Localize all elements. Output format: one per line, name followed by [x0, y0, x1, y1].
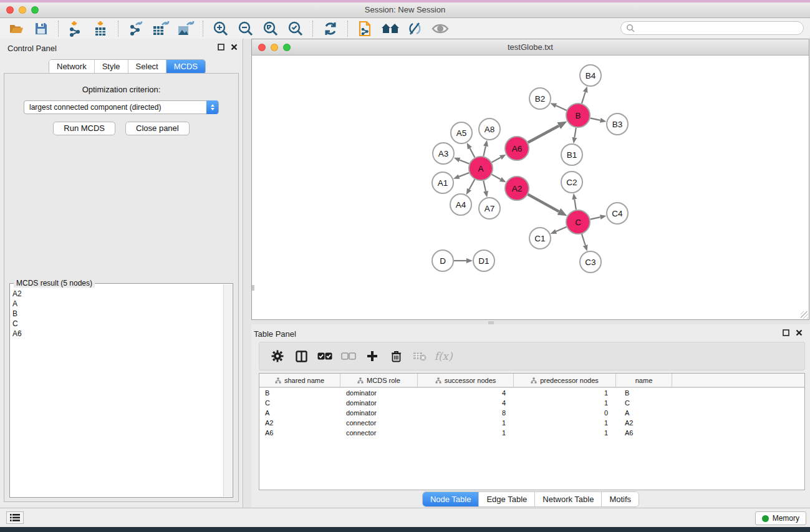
save-session-icon[interactable] [29, 19, 54, 38]
tab-style[interactable]: Style [95, 60, 128, 74]
table-cell[interactable]: 8 [418, 409, 514, 417]
minimize-window-button[interactable] [19, 6, 26, 14]
node-B[interactable]: B [566, 104, 590, 127]
node-C2[interactable]: C2 [561, 172, 582, 193]
edge-B-B3[interactable] [591, 118, 600, 120]
node-D[interactable]: D [432, 250, 453, 271]
table-cell[interactable]: dominator [340, 389, 418, 397]
optimization-criterion-select[interactable]: largest connected component (directed) [24, 100, 219, 114]
table-cell[interactable]: 1 [514, 389, 616, 397]
table-cell[interactable]: dominator [340, 409, 418, 417]
node-B1[interactable]: B1 [561, 144, 582, 165]
mcds-result-item[interactable]: A6 [12, 329, 224, 339]
node-A2[interactable]: A2 [505, 177, 529, 200]
table-cell[interactable]: C [616, 399, 672, 407]
node-A[interactable]: A [469, 157, 493, 180]
edge-A-A8[interactable] [483, 146, 486, 156]
table-cell[interactable]: B [616, 389, 672, 397]
table-row[interactable]: A2connector11A2 [259, 418, 804, 428]
node-C3[interactable]: C3 [580, 251, 601, 273]
table-cell[interactable]: B [259, 389, 340, 397]
edge-A-A6[interactable] [492, 157, 501, 162]
network-canvas[interactable]: B4B2BB3A8A5A6A3B1AA1C2A2A4A7C4CC1C3DD1 [252, 56, 809, 319]
edge-A-A7[interactable] [483, 181, 486, 191]
export-network-icon[interactable] [123, 19, 148, 38]
table-row[interactable]: Cdominator41C [259, 398, 804, 408]
column-header-successor-nodes[interactable]: successor nodes [418, 374, 514, 387]
function-builder-icon[interactable]: f(x) [432, 346, 455, 366]
table-cell[interactable]: 1 [514, 429, 616, 437]
table-cell[interactable]: dominator [340, 399, 418, 407]
table-settings-gear-icon[interactable] [266, 346, 289, 366]
select-all-icon[interactable] [313, 346, 337, 366]
import-network-icon[interactable] [64, 19, 89, 38]
home-view-icon[interactable] [378, 19, 403, 38]
table-cell[interactable]: 1 [514, 419, 616, 427]
node-A7[interactable]: A7 [479, 198, 500, 219]
column-layout-icon[interactable] [289, 346, 313, 366]
edge-A-A4[interactable] [470, 180, 475, 190]
show-graphics-details-icon[interactable] [428, 19, 453, 38]
table-cell[interactable]: 1 [418, 419, 514, 427]
delete-table-icon[interactable] [408, 346, 432, 366]
network-zoom-button[interactable] [283, 44, 291, 51]
node-A6[interactable]: A6 [505, 137, 529, 160]
node-B4[interactable]: B4 [580, 65, 601, 86]
add-row-icon[interactable] [360, 346, 384, 366]
table-cell[interactable]: 4 [418, 389, 514, 397]
node-A4[interactable]: A4 [450, 194, 471, 215]
tab-network-table[interactable]: Network Table [535, 492, 602, 506]
close-panel-button[interactable]: Close panel [125, 122, 190, 135]
table-cell[interactable]: connector [340, 429, 418, 437]
deselect-all-icon[interactable] [337, 346, 360, 366]
export-image-icon[interactable] [173, 19, 198, 38]
node-A3[interactable]: A3 [433, 143, 454, 164]
table-row[interactable]: Bdominator41B [259, 388, 804, 398]
mcds-result-item[interactable]: B [12, 309, 224, 319]
table-cell[interactable]: A6 [616, 429, 672, 437]
close-window-button[interactable] [6, 6, 14, 14]
close-table-panel-icon[interactable] [796, 329, 803, 336]
node-B3[interactable]: B3 [607, 114, 628, 135]
column-header-predecessor-nodes[interactable]: predecessor nodes [514, 374, 616, 387]
tab-motifs[interactable]: Motifs [602, 492, 639, 506]
refresh-view-icon[interactable] [318, 19, 343, 38]
tab-node-table[interactable]: Node Table [423, 492, 480, 506]
edge-B-B4[interactable] [582, 92, 586, 104]
node-A8[interactable]: A8 [479, 118, 500, 140]
zoom-out-icon[interactable] [233, 19, 258, 38]
edge-C-C1[interactable] [556, 227, 567, 231]
edge-A6-B[interactable] [528, 126, 559, 143]
memory-button[interactable]: Memory [755, 511, 806, 525]
table-cell[interactable]: A [259, 409, 340, 417]
table-cell[interactable]: A6 [259, 429, 340, 437]
tab-select[interactable]: Select [128, 60, 166, 74]
zoom-in-icon[interactable] [208, 19, 233, 38]
network-close-button[interactable] [258, 44, 266, 51]
mcds-result-item[interactable]: A [12, 299, 224, 309]
zoom-selected-icon[interactable] [283, 19, 308, 38]
import-table-icon[interactable] [89, 19, 113, 38]
edge-B-B1[interactable] [574, 128, 576, 138]
edge-C-C3[interactable] [582, 234, 586, 245]
canvas-vscroll-thumb[interactable] [252, 285, 254, 291]
node-A5[interactable]: A5 [451, 122, 472, 143]
edge-A-A3[interactable] [460, 160, 469, 163]
zoom-window-button[interactable] [31, 6, 39, 14]
network-from-selection-icon[interactable] [353, 19, 378, 38]
column-header-shared-name[interactable]: shared name [259, 374, 340, 387]
network-minimize-button[interactable] [271, 44, 278, 51]
node-C[interactable]: C [566, 210, 590, 234]
edge-A-A2[interactable] [492, 175, 501, 180]
column-header-name[interactable]: name [616, 374, 672, 387]
table-cell[interactable]: C [259, 399, 340, 407]
table-cell[interactable]: 0 [514, 409, 616, 417]
edge-A2-C[interactable] [528, 195, 559, 211]
float-table-panel-icon[interactable] [783, 329, 789, 336]
table-row[interactable]: Adominator80A [259, 408, 804, 418]
node-C4[interactable]: C4 [607, 203, 628, 224]
float-panel-icon[interactable] [218, 44, 224, 51]
mcds-result-item[interactable]: A2 [12, 289, 224, 299]
tab-mcds[interactable]: MCDS [166, 60, 205, 74]
node-D1[interactable]: D1 [473, 250, 494, 271]
